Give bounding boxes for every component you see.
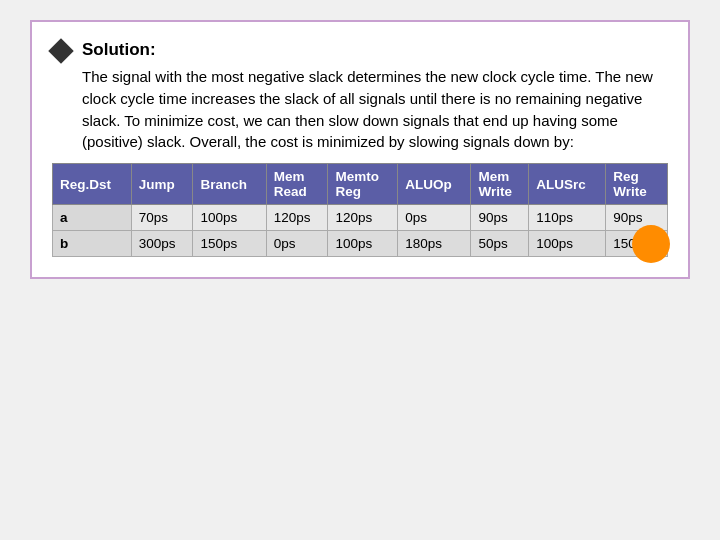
- row-b-jump: 300ps: [131, 231, 193, 257]
- table-row: b 300ps 150ps 0ps 100ps 180ps 50ps 100ps…: [53, 231, 668, 257]
- solution-header: Solution:: [52, 40, 668, 60]
- col-header-regdst: Reg.Dst: [53, 164, 132, 205]
- row-b-label: b: [53, 231, 132, 257]
- col-header-memwrite: MemWrite: [471, 164, 529, 205]
- row-a-memtoreg: 120ps: [328, 205, 398, 231]
- solution-title: Solution:: [82, 40, 156, 60]
- table-header-row: Reg.Dst Jump Branch MemRead MemtoReg ALU…: [53, 164, 668, 205]
- row-a-alusrc: 110ps: [529, 205, 606, 231]
- col-header-alusrc: ALUSrc: [529, 164, 606, 205]
- col-header-branch: Branch: [193, 164, 266, 205]
- col-header-jump: Jump: [131, 164, 193, 205]
- col-header-regwrite: RegWrite: [606, 164, 668, 205]
- row-a-label: a: [53, 205, 132, 231]
- orange-circle-decoration: [632, 225, 670, 263]
- row-a-memwrite: 90ps: [471, 205, 529, 231]
- row-a-branch: 100ps: [193, 205, 266, 231]
- row-b-aluop: 180ps: [398, 231, 471, 257]
- col-header-aluop: ALUOp: [398, 164, 471, 205]
- col-header-memread: MemRead: [266, 164, 328, 205]
- bullet-diamond-icon: [48, 38, 73, 63]
- table-row: a 70ps 100ps 120ps 120ps 0ps 90ps 110ps …: [53, 205, 668, 231]
- col-header-memtoreg: MemtoReg: [328, 164, 398, 205]
- row-a-aluop: 0ps: [398, 205, 471, 231]
- solution-body: The signal with the most negative slack …: [82, 66, 668, 153]
- row-b-branch: 150ps: [193, 231, 266, 257]
- row-a-memread: 120ps: [266, 205, 328, 231]
- row-a-jump: 70ps: [131, 205, 193, 231]
- row-b-memread: 0ps: [266, 231, 328, 257]
- row-b-alusrc: 100ps: [529, 231, 606, 257]
- row-b-memwrite: 50ps: [471, 231, 529, 257]
- slide-content: Solution: The signal with the most negat…: [30, 20, 690, 279]
- row-b-memtoreg: 100ps: [328, 231, 398, 257]
- data-table: Reg.Dst Jump Branch MemRead MemtoReg ALU…: [52, 163, 668, 257]
